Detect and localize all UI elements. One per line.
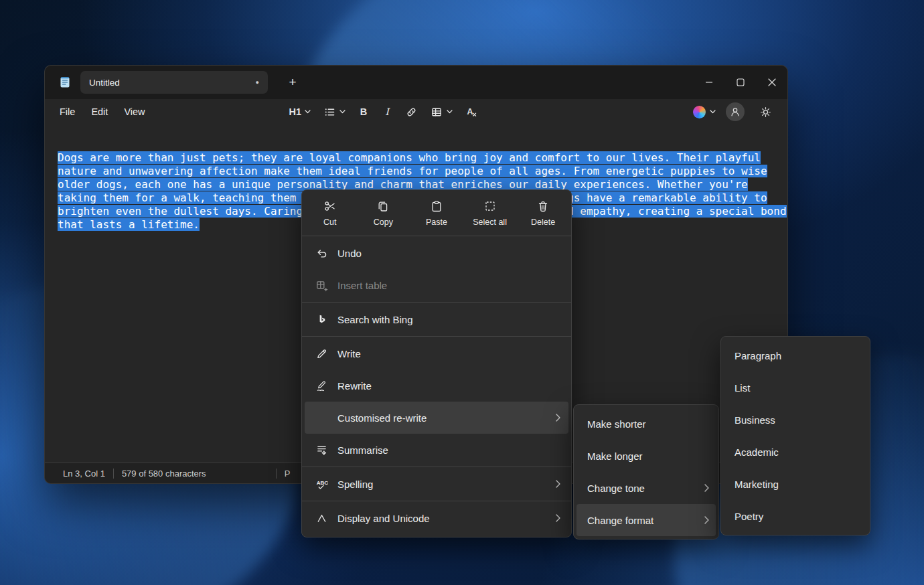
caret-glyph-icon	[314, 512, 329, 525]
notepad-app-icon	[58, 76, 72, 89]
menu-item-write[interactable]: Write	[305, 337, 568, 369]
editor-line: nature and unwavering affection make the…	[58, 165, 777, 178]
heading-style-button[interactable]: H1	[285, 102, 316, 122]
account-avatar[interactable]	[726, 102, 745, 121]
submenu-item-marketing[interactable]: Marketing	[724, 468, 867, 500]
tab-untitled[interactable]: Untitled ●	[80, 71, 268, 94]
chevron-down-icon	[710, 110, 716, 114]
chevron-down-icon	[305, 110, 311, 114]
submenu-item-business[interactable]: Business	[724, 404, 867, 436]
list-style-button[interactable]	[319, 102, 350, 122]
context-menu-quick-actions: Cut Copy Paste Select all	[302, 190, 571, 235]
menu-item-undo[interactable]: Undo	[305, 237, 568, 269]
submenu-item-academic[interactable]: Academic	[724, 436, 867, 468]
chevron-right-icon	[556, 414, 560, 422]
copy-label: Copy	[374, 218, 393, 227]
tab-title: Untitled	[89, 78, 256, 88]
copy-button[interactable]: Copy	[357, 195, 410, 231]
italic-label: I	[385, 106, 389, 117]
submenu-item-change-format[interactable]: Change format	[576, 504, 716, 536]
unsaved-indicator: ●	[256, 80, 259, 86]
toolbar: File Edit View H1 B I	[45, 99, 787, 124]
delete-label: Delete	[531, 218, 555, 227]
bold-button[interactable]: B	[354, 102, 374, 122]
submenu-item-make-longer[interactable]: Make longer	[576, 440, 716, 472]
spellcheck-icon: ABC	[314, 478, 329, 491]
copilot-button[interactable]	[693, 106, 716, 118]
new-tab-button[interactable]: +	[283, 72, 303, 92]
svg-text:A: A	[467, 107, 473, 116]
person-icon	[729, 106, 741, 118]
svg-text:ABC: ABC	[316, 479, 327, 485]
selected-text: nature and unwavering affection make the…	[58, 165, 767, 177]
chevron-right-icon	[556, 480, 560, 488]
table-button[interactable]	[426, 102, 457, 122]
maximize-button[interactable]	[724, 66, 756, 99]
submenu-item-make-shorter[interactable]: Make shorter	[576, 408, 716, 440]
link-button[interactable]	[400, 102, 422, 122]
settings-button[interactable]	[755, 102, 777, 122]
paste-label: Paste	[426, 218, 447, 227]
clear-formatting-icon: A	[465, 106, 478, 118]
maximize-icon	[737, 78, 745, 86]
change-format-submenu: Paragraph List Business Academic Marketi…	[720, 336, 870, 535]
link-icon	[405, 106, 418, 118]
menu-separator	[302, 501, 571, 501]
bold-label: B	[360, 106, 367, 117]
minimize-icon	[705, 78, 713, 86]
scissors-icon	[323, 199, 337, 213]
select-all-button[interactable]: Select all	[463, 195, 517, 231]
menu-file[interactable]: File	[52, 103, 83, 120]
status-divider	[113, 469, 114, 479]
editor-line: Dogs are more than just pets; they are l…	[58, 151, 777, 165]
titlebar: Untitled ● +	[45, 66, 787, 99]
select-all-icon	[483, 199, 497, 213]
bing-icon	[314, 313, 329, 326]
clipboard-icon	[430, 199, 443, 213]
menu-item-rewrite[interactable]: Rewrite	[305, 369, 568, 402]
paste-button[interactable]: Paste	[410, 195, 463, 231]
menu-view[interactable]: View	[116, 103, 153, 120]
pen-rewrite-icon	[314, 380, 329, 392]
menu-item-insert-table: Insert table	[305, 269, 568, 301]
pencil-icon	[314, 347, 329, 360]
delete-button[interactable]: Delete	[516, 195, 570, 231]
chevron-right-icon	[704, 484, 709, 492]
menu-item-spelling[interactable]: ABC Spelling	[305, 468, 568, 500]
character-count: 579 of 580 characters	[122, 469, 206, 479]
close-button[interactable]	[756, 66, 787, 99]
italic-button[interactable]: I	[377, 102, 397, 122]
menu-item-customised-re-write[interactable]: Customised re-write	[305, 402, 568, 434]
menu-item-search-with-bing[interactable]: Search with Bing	[305, 303, 568, 335]
selected-text: that lasts a lifetime.	[58, 218, 200, 231]
status-partial-item: P	[285, 469, 291, 479]
menu-edit[interactable]: Edit	[83, 103, 116, 120]
close-icon	[768, 78, 776, 86]
chevron-right-icon	[556, 514, 560, 522]
submenu-item-list[interactable]: List	[724, 371, 867, 404]
gear-icon	[759, 106, 772, 118]
rewrite-submenu: Make shorter Make longer Change tone Cha…	[573, 404, 719, 539]
submenu-item-poetry[interactable]: Poetry	[724, 500, 867, 532]
heading-label: H1	[289, 106, 302, 117]
menu-item-display-and-unicode[interactable]: Display and Unicode	[305, 502, 568, 534]
clear-formatting-button[interactable]: A	[461, 102, 483, 122]
submenu-item-paragraph[interactable]: Paragraph	[724, 339, 867, 371]
cursor-position: Ln 3, Col 1	[63, 469, 105, 479]
menu-item-summarise[interactable]: Summarise	[305, 434, 568, 466]
trash-icon	[536, 199, 550, 213]
select-all-label: Select all	[473, 218, 507, 227]
undo-icon	[314, 247, 329, 260]
cut-button[interactable]: Cut	[303, 195, 357, 231]
table-icon	[431, 106, 443, 118]
context-menu: Cut Copy Paste Select all	[301, 189, 572, 537]
copy-icon	[376, 199, 390, 213]
toolbar-right-group	[693, 102, 777, 122]
minimize-button[interactable]	[693, 66, 724, 99]
bulleted-list-icon	[323, 106, 336, 118]
cut-label: Cut	[323, 218, 336, 227]
submenu-item-change-tone[interactable]: Change tone	[576, 472, 716, 504]
formatting-toolbar: H1 B I	[285, 102, 483, 122]
menu-separator	[302, 236, 571, 236]
selected-text: Dogs are more than just pets; they are l…	[58, 151, 761, 164]
